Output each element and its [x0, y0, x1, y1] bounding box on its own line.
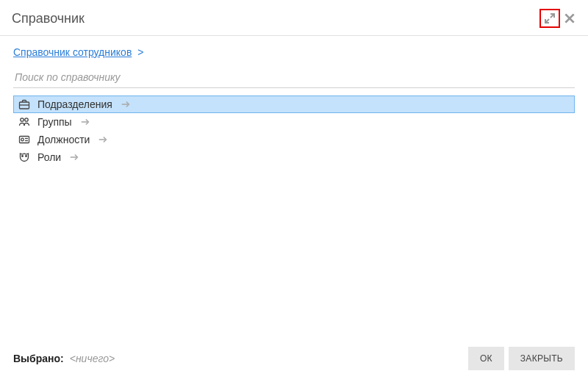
tree: Подразделения Группы — [13, 96, 575, 166]
tree-item-label: Роли — [37, 151, 61, 163]
svg-point-6 — [26, 156, 27, 157]
expand-icon[interactable] — [544, 12, 556, 24]
close-icon[interactable] — [563, 12, 576, 25]
people-icon — [18, 116, 30, 128]
search-wrapper — [13, 67, 575, 88]
selected-row: Выбрано: <ничего> — [13, 353, 115, 364]
expand-highlight — [539, 9, 560, 28]
footer-buttons: ОК ЗАКРЫТЬ — [468, 347, 575, 370]
tree-item-positions[interactable]: Должности — [13, 131, 575, 148]
arrow-right-icon — [79, 116, 91, 128]
ok-button[interactable]: ОК — [468, 347, 504, 370]
dialog-footer: Выбрано: <ничего> ОК ЗАКРЫТЬ — [0, 336, 588, 382]
mask-icon — [18, 151, 30, 163]
dialog-title: Справочник — [12, 11, 85, 26]
svg-point-5 — [22, 156, 24, 157]
tree-item-roles[interactable]: Роли — [13, 148, 575, 166]
tree-item-label: Подразделения — [37, 98, 112, 110]
tree-item-groups[interactable]: Группы — [13, 113, 575, 131]
dialog-body: Справочник сотрудников > Подразделения — [0, 36, 588, 336]
header-controls — [539, 9, 576, 28]
close-button[interactable]: ЗАКРЫТЬ — [509, 347, 575, 370]
selected-label: Выбрано: — [13, 353, 64, 364]
arrow-right-icon — [120, 98, 132, 110]
tree-item-label: Группы — [37, 116, 72, 128]
dialog-header: Справочник — [0, 0, 588, 36]
svg-point-2 — [25, 118, 28, 121]
tree-item-label: Должности — [37, 134, 90, 145]
svg-point-1 — [21, 118, 24, 121]
breadcrumb-link[interactable]: Справочник сотрудников — [13, 46, 132, 58]
tree-item-departments[interactable]: Подразделения — [13, 96, 575, 113]
arrow-right-icon — [97, 134, 109, 145]
svg-point-4 — [21, 138, 24, 141]
selected-value: <ничего> — [70, 353, 115, 364]
briefcase-icon — [18, 98, 30, 110]
search-input[interactable] — [13, 67, 575, 87]
badge-icon — [18, 134, 30, 145]
breadcrumb-separator: > — [137, 46, 143, 58]
breadcrumb: Справочник сотрудников > — [13, 46, 575, 58]
arrow-right-icon — [68, 151, 80, 163]
